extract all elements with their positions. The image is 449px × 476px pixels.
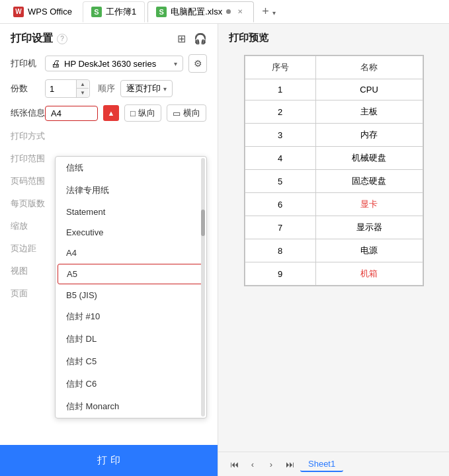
- dropdown-item-b5[interactable]: B5 (JIS): [56, 285, 206, 305]
- nav-prev-button[interactable]: ‹: [245, 456, 261, 472]
- left-panel: 打印设置 ? ⊞ 🎧 打印机 🖨 HP DeskJet 3630 series …: [0, 24, 218, 476]
- preview-area: 序号 名称 1 CPU 2 主板: [218, 50, 449, 452]
- table-row: 3 内存: [245, 124, 423, 147]
- copies-row: 份数 ▲ ▼ 顺序 逐页打印 ▾: [0, 76, 218, 101]
- dropdown-item-xinzhi[interactable]: 信纸: [56, 157, 206, 179]
- table-row: 5 固态硬盘: [245, 170, 423, 193]
- per-page-label: 每页版数: [11, 198, 45, 210]
- name-cell-red: 显卡: [315, 193, 423, 216]
- print-type-label: 打印方式: [11, 130, 45, 142]
- name-cell: 内存: [315, 124, 423, 147]
- page-label: 页面: [11, 288, 45, 299]
- view-label: 视图: [11, 265, 45, 277]
- print-type-row: 打印方式: [0, 125, 218, 147]
- dropdown-item-statement[interactable]: Statement: [56, 202, 206, 222]
- table-row: 7 显示器: [245, 216, 423, 239]
- name-cell: 固态硬盘: [315, 170, 423, 193]
- tab-file[interactable]: S 电脑配置.xlsx ✕: [147, 1, 254, 22]
- seq-cell: 4: [245, 147, 315, 170]
- table-row: 9 机箱: [245, 262, 423, 286]
- preview-table-wrap: 序号 名称 1 CPU 2 主板: [244, 55, 424, 286]
- dropdown-scrollbar[interactable]: [201, 158, 205, 416]
- copies-up-button[interactable]: ▲: [77, 80, 89, 89]
- preview-title: 打印预览: [218, 24, 449, 50]
- name-cell: 显示器: [315, 216, 423, 239]
- printer-name: HP DeskJet 3630 series: [64, 59, 170, 69]
- seq-cell: 2: [245, 100, 315, 124]
- page-range-label: 页码范围: [11, 175, 45, 187]
- paper-value: A4: [51, 108, 61, 118]
- titlebar: W WPS Office S 工作簿1 S 电脑配置.xlsx ✕ + ▾: [0, 0, 449, 24]
- landscape-button[interactable]: ▭ 横向: [167, 104, 206, 122]
- dropdown-item-monarch[interactable]: 信封 Monarch: [56, 395, 206, 418]
- right-panel: 打印预览 序号 名称 1 CPU: [218, 24, 449, 476]
- nav-next-button[interactable]: ›: [263, 456, 279, 472]
- nav-first-button[interactable]: ⏮: [226, 456, 242, 472]
- panel-header: 打印设置 ? ⊞ 🎧: [0, 24, 218, 51]
- printer-label: 打印机: [11, 58, 45, 69]
- printer-dropdown-arrow: ▾: [174, 60, 177, 67]
- margin-label: 页边距: [11, 243, 45, 255]
- order-value: 逐页打印: [126, 83, 161, 95]
- dropdown-item-law[interactable]: 法律专用纸: [56, 179, 206, 202]
- order-dropdown-arrow: ▾: [163, 85, 167, 93]
- name-cell: 电源: [315, 239, 423, 262]
- printer-row: 打印机 🖨 HP DeskJet 3630 series ▾ ⚙: [0, 51, 218, 76]
- scale-label: 缩放: [11, 220, 45, 232]
- col-header-name: 名称: [315, 56, 423, 79]
- dropdown-item-env10[interactable]: 信封 #10: [56, 305, 206, 328]
- copies-spinner: ▲ ▼: [76, 80, 89, 97]
- seq-cell: 5: [245, 170, 315, 193]
- seq-cell: 6: [245, 193, 315, 216]
- dropdown-item-a4[interactable]: A4: [56, 243, 206, 263]
- paper-select[interactable]: A4: [45, 106, 98, 121]
- add-icon: +: [262, 5, 269, 18]
- print-range-label: 打印范围: [11, 153, 45, 165]
- portrait-button[interactable]: □ 纵向: [124, 104, 161, 122]
- name-cell: CPU: [315, 79, 423, 100]
- printer-control: 🖨 HP DeskJet 3630 series ▾ ⚙: [45, 54, 207, 73]
- tab-workbook[interactable]: S 工作簿1: [83, 1, 145, 22]
- portrait-label: 纵向: [138, 107, 155, 119]
- copies-input[interactable]: [46, 81, 76, 97]
- dropdown-item-envdl[interactable]: 信封 DL: [56, 328, 206, 350]
- portrait-icon: □: [130, 108, 136, 118]
- panel-icons: ⊞ 🎧: [177, 32, 207, 45]
- sheet-tab[interactable]: Sheet1: [300, 457, 343, 472]
- add-tab-button[interactable]: + ▾: [259, 5, 278, 19]
- table-row: 1 CPU: [245, 79, 423, 100]
- seq-cell: 8: [245, 239, 315, 262]
- tab-wps[interactable]: W WPS Office: [5, 1, 80, 22]
- copies-down-button[interactable]: ▼: [77, 89, 89, 97]
- printer-select[interactable]: 🖨 HP DeskJet 3630 series ▾: [45, 56, 183, 71]
- printer-icon: 🖨: [51, 58, 60, 69]
- layout-icon[interactable]: ⊞: [177, 32, 186, 45]
- seq-cell: 3: [245, 124, 315, 147]
- order-select[interactable]: 逐页打印 ▾: [120, 80, 173, 97]
- paper-label: 纸张信息: [11, 107, 45, 119]
- name-cell-red: 机箱: [315, 262, 423, 286]
- chevron-icon: ▾: [272, 9, 276, 17]
- table-row: 6 显卡: [245, 193, 423, 216]
- dropdown-item-envc5[interactable]: 信封 C5: [56, 350, 206, 373]
- audio-icon[interactable]: 🎧: [194, 32, 207, 45]
- nav-last-button[interactable]: ⏭: [282, 456, 298, 472]
- wps-icon: W: [13, 7, 24, 17]
- name-cell: 机械硬盘: [315, 147, 423, 170]
- tab-close-button[interactable]: ✕: [235, 7, 245, 17]
- seq-cell: 7: [245, 216, 315, 239]
- dropdown-item-executive[interactable]: Executive: [56, 222, 206, 243]
- printer-settings-button[interactable]: ⚙: [188, 54, 207, 73]
- dropdown-item-a5[interactable]: A5: [58, 264, 204, 284]
- panel-title: 打印设置: [11, 32, 53, 46]
- dropdown-item-envc6[interactable]: 信封 C6: [56, 373, 206, 395]
- print-button[interactable]: 打 印: [0, 445, 218, 476]
- tab-wps-label: WPS Office: [28, 7, 72, 17]
- paper-row: 纸张信息 A4 ▲ □ 纵向 ▭ 横向: [0, 101, 218, 125]
- landscape-icon: ▭: [173, 108, 181, 118]
- bottom-nav: ⏮ ‹ › ⏭ Sheet1: [218, 452, 449, 476]
- col-header-seq: 序号: [245, 56, 315, 79]
- main-layout: 打印设置 ? ⊞ 🎧 打印机 🖨 HP DeskJet 3630 series …: [0, 24, 449, 476]
- paper-dropdown-button[interactable]: ▲: [103, 105, 119, 121]
- help-icon[interactable]: ?: [57, 34, 67, 44]
